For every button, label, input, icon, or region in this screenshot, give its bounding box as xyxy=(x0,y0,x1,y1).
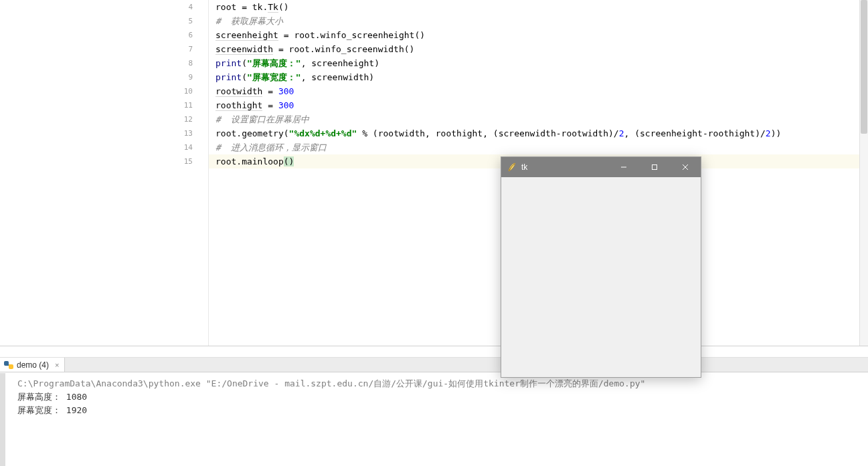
code-line[interactable]: # 获取屏幕大小 xyxy=(209,14,859,28)
minimize-button[interactable] xyxy=(608,157,639,177)
code-line[interactable]: screenwidth = root.winfo_screenwidth() xyxy=(209,42,859,56)
svg-rect-1 xyxy=(653,165,657,170)
run-tab-bar: demo (4) × xyxy=(0,358,868,372)
tk-client-area xyxy=(502,177,700,376)
python-icon xyxy=(4,360,13,370)
panel-splitter[interactable] xyxy=(0,346,868,358)
line-number: 10 xyxy=(171,84,199,98)
code-line[interactable]: root.geometry("%dx%d+%d+%d" % (rootwidth… xyxy=(209,126,859,140)
editor-left-margin xyxy=(0,0,171,346)
line-number: 15 xyxy=(171,154,199,168)
code-line[interactable]: screenheight = root.winfo_screenheight() xyxy=(209,28,859,42)
tk-feather-icon xyxy=(507,162,517,172)
run-tab-label: demo (4) xyxy=(17,360,49,370)
code-line[interactable]: rootwidth = 300 xyxy=(209,84,859,98)
editor-vertical-scrollbar[interactable] xyxy=(860,0,868,346)
console-output-line: 屏幕高度： 1080 xyxy=(17,392,87,402)
code-editor[interactable]: 456789101112131415 root = tk.Tk()# 获取屏幕大… xyxy=(0,0,860,346)
code-line[interactable]: root = tk.Tk() xyxy=(209,0,859,14)
run-console[interactable]: C:\ProgramData\Anaconda3\python.exe "E:/… xyxy=(0,373,868,466)
console-output-line: 屏幕宽度： 1920 xyxy=(17,405,87,415)
line-number: 5 xyxy=(171,14,199,28)
line-number: 14 xyxy=(171,140,199,154)
close-icon[interactable]: × xyxy=(55,361,59,369)
fold-gutter xyxy=(199,0,209,346)
tk-window-title: tk xyxy=(521,162,527,172)
run-tab-demo[interactable]: demo (4) × xyxy=(0,358,65,372)
code-line[interactable]: roothight = 300 xyxy=(209,98,859,112)
line-number-gutter: 456789101112131415 xyxy=(171,0,199,346)
line-number: 4 xyxy=(171,0,199,14)
line-number: 7 xyxy=(171,42,199,56)
tk-app-window[interactable]: tk xyxy=(501,156,701,378)
scrollbar-thumb[interactable] xyxy=(861,0,867,134)
maximize-button[interactable] xyxy=(639,157,670,177)
tk-titlebar[interactable]: tk xyxy=(501,157,701,177)
line-number: 11 xyxy=(171,98,199,112)
line-number: 8 xyxy=(171,56,199,70)
close-button[interactable] xyxy=(670,157,701,177)
line-number: 6 xyxy=(171,28,199,42)
code-line[interactable]: # 进入消息循环，显示窗口 xyxy=(209,140,859,154)
code-line[interactable]: print("屏幕高度：", screenheight) xyxy=(209,56,859,70)
line-number: 9 xyxy=(171,70,199,84)
line-number: 13 xyxy=(171,126,199,140)
code-line[interactable]: print("屏幕宽度：", screenwidth) xyxy=(209,70,859,84)
code-line[interactable]: # 设置窗口在屏幕居中 xyxy=(209,112,859,126)
console-command-line: C:\ProgramData\Anaconda3\python.exe "E:/… xyxy=(17,378,645,388)
line-number: 12 xyxy=(171,112,199,126)
